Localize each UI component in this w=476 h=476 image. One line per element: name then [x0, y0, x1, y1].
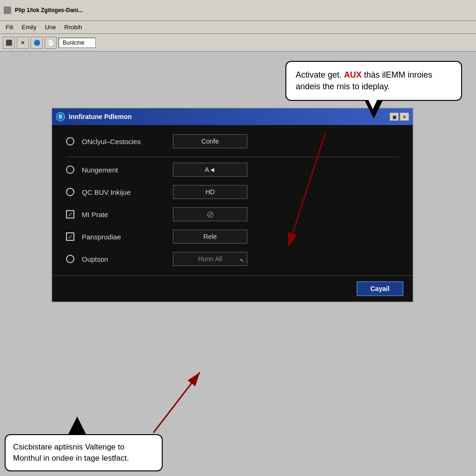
row-input-2[interactable]: HD [173, 185, 247, 199]
row-label-2: QC BUV Inkijue [82, 188, 165, 196]
dialog-row-3: MI Prate ⊘ [66, 207, 399, 221]
row-input-5[interactable]: Hunn All ↖ [173, 252, 247, 266]
title-bar: Plip 1/lok Zgitoges-Dani... [0, 0, 476, 21]
checkbox-4[interactable] [66, 232, 74, 241]
dialog-titlebar: B Innfiratune Pdlemon ▣ ✕ [52, 108, 413, 125]
row-label-5: Ouptson [82, 255, 165, 263]
menu-bar: Fili Emily Une Rrobih [0, 21, 476, 34]
row-input-1[interactable]: A◄ [173, 163, 247, 177]
dialog-row-4: Pansprodiae Rele [66, 230, 399, 244]
row-input-0[interactable]: Confe [173, 134, 247, 148]
callout-top: Activate get. AUX thàs ilEMM inroies and… [285, 61, 462, 101]
row-label-4: Pansprodiae [82, 233, 165, 241]
dialog-row-2: QC BUV Inkijue HD [66, 185, 399, 199]
radio-5[interactable] [66, 255, 74, 263]
toolbar-btn-icon1[interactable]: ⬛ [3, 37, 15, 49]
dialog-row-5: Ouptson Hunn All ↖ [66, 252, 399, 266]
disabled-icon: ⊘ [206, 209, 214, 220]
callout-top-text-before: Activate get. [296, 70, 344, 79]
row-input-4[interactable]: Rele [173, 230, 247, 244]
row-label-3: MI Prate [82, 211, 165, 218]
callout-bottom-line2: Monthul in ondee in tage lestfact. [13, 454, 129, 463]
svg-line-3 [153, 372, 200, 433]
app-icon [4, 7, 11, 14]
radio-2[interactable] [66, 188, 74, 196]
menu-fili[interactable]: Fili [2, 23, 17, 32]
dialog-close-btn[interactable]: ✕ [400, 112, 409, 121]
dialog-content: ONclyul–Cestocies Confe Nungement A◄ QC … [52, 125, 413, 275]
radio-1[interactable] [66, 165, 74, 174]
dialog-window: B Innfiratune Pdlemon ▣ ✕ ONclyul–Cestoc… [51, 107, 414, 303]
cursor-icon: ↖ [240, 258, 244, 264]
footer-cayail-btn[interactable]: Cayail [357, 281, 403, 296]
dialog-row-0: ONclyul–Cestocies Confe [66, 134, 399, 148]
dialog-title: Innfiratune Pdlemon [69, 113, 386, 120]
toolbar-label: Bunlcme [59, 38, 96, 48]
menu-emily[interactable]: Emily [18, 23, 40, 32]
row-label-1: Nungement [82, 166, 165, 174]
row-input-3[interactable]: ⊘ [173, 207, 247, 221]
toolbar-btn-icon4[interactable]: 📄 [45, 37, 57, 49]
title-text: Plip 1/lok Zgitoges-Dani... [15, 7, 83, 13]
separator-0 [66, 157, 399, 157]
menu-une[interactable]: Une [41, 23, 60, 32]
radio-0[interactable] [66, 137, 74, 145]
toolbar-btn-icon3[interactable]: 🔵 [31, 37, 43, 49]
toolbar-btn-icon2[interactable]: ✕ [17, 37, 29, 49]
callout-bottom: Csicbistare aptiisnis Valtenge to Monthu… [5, 434, 163, 471]
dialog-controls: ▣ ✕ [390, 112, 409, 121]
dialog-minimize-btn[interactable]: ▣ [390, 112, 399, 121]
dialog-app-icon: B [56, 112, 65, 121]
dialog-row-1: Nungement A◄ [66, 163, 399, 177]
callout-bottom-line1: Csicbistare aptiisnis Valtenge to [13, 443, 125, 451]
main-area: Activate get. AUX thàs ilEMM inroies and… [0, 52, 476, 476]
dialog-footer: Cayail [52, 275, 413, 302]
callout-top-aux: AUX [344, 70, 362, 79]
menu-rrobih[interactable]: Rrobih [60, 23, 86, 32]
row-label-0: ONclyul–Cestocies [82, 138, 165, 145]
toolbar: ⬛ ✕ 🔵 📄 Bunlcme [0, 34, 476, 52]
checkbox-3[interactable] [66, 210, 74, 218]
